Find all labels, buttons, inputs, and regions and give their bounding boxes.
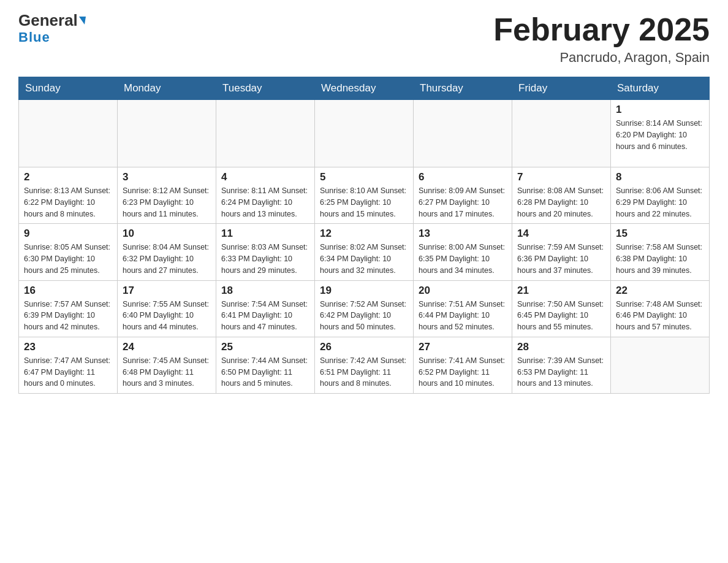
- weekday-header-friday: Friday: [512, 77, 611, 100]
- day-info: Sunrise: 7:41 AM Sunset: 6:52 PM Dayligh…: [419, 355, 507, 389]
- day-number: 19: [320, 285, 408, 297]
- day-number: 12: [320, 228, 408, 240]
- day-info: Sunrise: 8:14 AM Sunset: 6:20 PM Dayligh…: [616, 118, 704, 152]
- day-number: 4: [221, 171, 309, 183]
- day-number: 28: [517, 341, 605, 353]
- calendar-cell: [414, 100, 512, 167]
- day-info: Sunrise: 7:44 AM Sunset: 6:50 PM Dayligh…: [221, 355, 309, 389]
- day-number: 22: [616, 285, 704, 297]
- weekday-header-row: SundayMondayTuesdayWednesdayThursdayFrid…: [19, 77, 710, 100]
- day-info: Sunrise: 7:39 AM Sunset: 6:53 PM Dayligh…: [517, 355, 605, 389]
- calendar-cell: 26Sunrise: 7:42 AM Sunset: 6:51 PM Dayli…: [315, 337, 414, 393]
- day-number: 16: [24, 285, 112, 297]
- calendar-cell: 14Sunrise: 7:59 AM Sunset: 6:36 PM Dayli…: [512, 224, 611, 280]
- day-info: Sunrise: 8:11 AM Sunset: 6:24 PM Dayligh…: [221, 185, 309, 220]
- day-info: Sunrise: 8:02 AM Sunset: 6:34 PM Dayligh…: [320, 242, 408, 276]
- day-number: 21: [517, 285, 605, 297]
- calendar-cell: [512, 100, 611, 167]
- calendar-cell: 21Sunrise: 7:50 AM Sunset: 6:45 PM Dayli…: [512, 280, 611, 337]
- day-number: 17: [123, 285, 211, 297]
- calendar-cell: 4Sunrise: 8:11 AM Sunset: 6:24 PM Daylig…: [216, 167, 315, 224]
- day-info: Sunrise: 7:57 AM Sunset: 6:39 PM Dayligh…: [24, 299, 112, 333]
- logo-blue: Blue: [18, 29, 50, 45]
- day-number: 9: [24, 228, 112, 240]
- day-info: Sunrise: 8:05 AM Sunset: 6:30 PM Dayligh…: [24, 242, 112, 276]
- day-info: Sunrise: 8:06 AM Sunset: 6:29 PM Dayligh…: [616, 185, 704, 220]
- calendar-cell: 2Sunrise: 8:13 AM Sunset: 6:22 PM Daylig…: [19, 167, 118, 224]
- calendar-cell: 3Sunrise: 8:12 AM Sunset: 6:23 PM Daylig…: [118, 167, 216, 224]
- calendar-cell: 5Sunrise: 8:10 AM Sunset: 6:25 PM Daylig…: [315, 167, 414, 224]
- day-info: Sunrise: 7:51 AM Sunset: 6:44 PM Dayligh…: [419, 299, 507, 333]
- day-info: Sunrise: 8:03 AM Sunset: 6:33 PM Dayligh…: [221, 242, 309, 276]
- day-number: 24: [123, 341, 211, 353]
- day-number: 11: [221, 228, 309, 240]
- day-number: 27: [419, 341, 507, 353]
- day-number: 26: [320, 341, 408, 353]
- week-row-5: 23Sunrise: 7:47 AM Sunset: 6:47 PM Dayli…: [19, 337, 710, 393]
- calendar-cell: 11Sunrise: 8:03 AM Sunset: 6:33 PM Dayli…: [216, 224, 315, 280]
- calendar-cell: 20Sunrise: 7:51 AM Sunset: 6:44 PM Dayli…: [414, 280, 512, 337]
- calendar-cell: [315, 100, 414, 167]
- weekday-header-thursday: Thursday: [414, 77, 512, 100]
- day-info: Sunrise: 7:59 AM Sunset: 6:36 PM Dayligh…: [517, 242, 605, 276]
- location: Pancrudo, Aragon, Spain: [493, 50, 710, 66]
- day-number: 23: [24, 341, 112, 353]
- calendar-cell: 22Sunrise: 7:48 AM Sunset: 6:46 PM Dayli…: [611, 280, 710, 337]
- calendar-cell: [216, 100, 315, 167]
- day-info: Sunrise: 7:47 AM Sunset: 6:47 PM Dayligh…: [24, 355, 112, 389]
- day-number: 8: [616, 171, 704, 183]
- day-info: Sunrise: 8:08 AM Sunset: 6:28 PM Dayligh…: [517, 185, 605, 220]
- calendar-cell: 27Sunrise: 7:41 AM Sunset: 6:52 PM Dayli…: [414, 337, 512, 393]
- day-number: 18: [221, 285, 309, 297]
- title-area: February 2025 Pancrudo, Aragon, Spain: [493, 12, 710, 66]
- day-number: 7: [517, 171, 605, 183]
- day-number: 25: [221, 341, 309, 353]
- calendar-cell: [19, 100, 118, 167]
- logo: General Blue: [18, 12, 86, 45]
- day-number: 15: [616, 228, 704, 240]
- weekday-header-sunday: Sunday: [19, 77, 118, 100]
- day-info: Sunrise: 7:50 AM Sunset: 6:45 PM Dayligh…: [517, 299, 605, 333]
- calendar-cell: 15Sunrise: 7:58 AM Sunset: 6:38 PM Dayli…: [611, 224, 710, 280]
- day-info: Sunrise: 7:55 AM Sunset: 6:40 PM Dayligh…: [123, 299, 211, 333]
- logo-general: General: [18, 12, 86, 28]
- day-number: 13: [419, 228, 507, 240]
- calendar-cell: 9Sunrise: 8:05 AM Sunset: 6:30 PM Daylig…: [19, 224, 118, 280]
- month-title: February 2025: [493, 12, 710, 47]
- calendar-cell: 12Sunrise: 8:02 AM Sunset: 6:34 PM Dayli…: [315, 224, 414, 280]
- calendar-cell: 25Sunrise: 7:44 AM Sunset: 6:50 PM Dayli…: [216, 337, 315, 393]
- day-info: Sunrise: 8:04 AM Sunset: 6:32 PM Dayligh…: [123, 242, 211, 276]
- day-info: Sunrise: 8:10 AM Sunset: 6:25 PM Dayligh…: [320, 185, 408, 220]
- week-row-4: 16Sunrise: 7:57 AM Sunset: 6:39 PM Dayli…: [19, 280, 710, 337]
- weekday-header-tuesday: Tuesday: [216, 77, 315, 100]
- calendar-cell: 10Sunrise: 8:04 AM Sunset: 6:32 PM Dayli…: [118, 224, 216, 280]
- calendar-table: SundayMondayTuesdayWednesdayThursdayFrid…: [18, 77, 710, 394]
- day-info: Sunrise: 8:12 AM Sunset: 6:23 PM Dayligh…: [123, 185, 211, 220]
- calendar-cell: [611, 337, 710, 393]
- calendar-cell: 16Sunrise: 7:57 AM Sunset: 6:39 PM Dayli…: [19, 280, 118, 337]
- day-number: 2: [24, 171, 112, 183]
- calendar-cell: 8Sunrise: 8:06 AM Sunset: 6:29 PM Daylig…: [611, 167, 710, 224]
- calendar-cell: 6Sunrise: 8:09 AM Sunset: 6:27 PM Daylig…: [414, 167, 512, 224]
- page-header: General Blue February 2025 Pancrudo, Ara…: [18, 12, 710, 66]
- calendar-cell: 17Sunrise: 7:55 AM Sunset: 6:40 PM Dayli…: [118, 280, 216, 337]
- day-info: Sunrise: 7:42 AM Sunset: 6:51 PM Dayligh…: [320, 355, 408, 389]
- day-number: 14: [517, 228, 605, 240]
- calendar-cell: 18Sunrise: 7:54 AM Sunset: 6:41 PM Dayli…: [216, 280, 315, 337]
- logo-triangle-icon: [79, 17, 86, 25]
- day-info: Sunrise: 7:45 AM Sunset: 6:48 PM Dayligh…: [123, 355, 211, 389]
- calendar-cell: 7Sunrise: 8:08 AM Sunset: 6:28 PM Daylig…: [512, 167, 611, 224]
- calendar-cell: [118, 100, 216, 167]
- calendar-cell: 1Sunrise: 8:14 AM Sunset: 6:20 PM Daylig…: [611, 100, 710, 167]
- day-number: 6: [419, 171, 507, 183]
- weekday-header-saturday: Saturday: [611, 77, 710, 100]
- calendar-cell: 19Sunrise: 7:52 AM Sunset: 6:42 PM Dayli…: [315, 280, 414, 337]
- day-info: Sunrise: 7:48 AM Sunset: 6:46 PM Dayligh…: [616, 299, 704, 333]
- week-row-1: 1Sunrise: 8:14 AM Sunset: 6:20 PM Daylig…: [19, 100, 710, 167]
- day-number: 20: [419, 285, 507, 297]
- weekday-header-wednesday: Wednesday: [315, 77, 414, 100]
- day-info: Sunrise: 7:58 AM Sunset: 6:38 PM Dayligh…: [616, 242, 704, 276]
- day-number: 10: [123, 228, 211, 240]
- calendar-cell: 13Sunrise: 8:00 AM Sunset: 6:35 PM Dayli…: [414, 224, 512, 280]
- day-number: 5: [320, 171, 408, 183]
